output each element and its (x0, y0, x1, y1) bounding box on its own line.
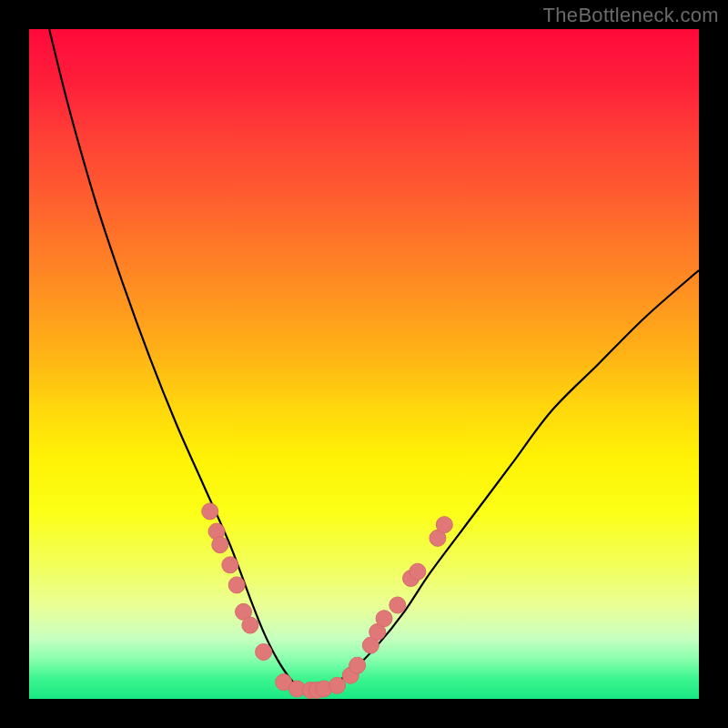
chart-svg (29, 29, 699, 699)
curve-marker (212, 537, 228, 553)
curve-marker (222, 557, 238, 573)
curve-marker (329, 677, 346, 693)
watermark-text: TheBottleneck.com (543, 4, 719, 27)
bottleneck-curve (49, 29, 699, 693)
curve-marker (389, 597, 406, 613)
curve-markers (202, 503, 453, 699)
curve-marker (242, 617, 258, 633)
curve-marker (228, 577, 245, 593)
curve-marker (376, 611, 392, 627)
curve-marker (410, 563, 426, 580)
curve-marker (349, 657, 366, 673)
plot-area (29, 29, 699, 699)
chart-stage: TheBottleneck.com (0, 0, 728, 728)
curve-marker (256, 643, 272, 660)
curve-marker (436, 517, 452, 533)
curve-marker (202, 503, 218, 520)
